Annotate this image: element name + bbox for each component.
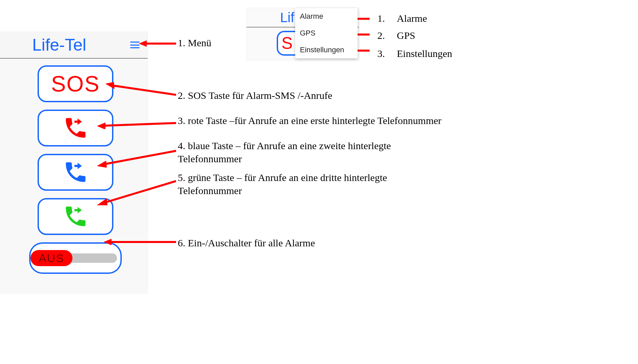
sos-button-label: SOS xyxy=(51,71,100,97)
right-list-item-1: 1. Alarme xyxy=(377,12,427,25)
svg-line-6 xyxy=(104,151,176,164)
arrow-icon xyxy=(104,238,176,246)
svg-marker-5 xyxy=(97,123,105,129)
menu-item-gps[interactable]: GPS xyxy=(295,25,358,42)
annotation-1: 1. Menü xyxy=(178,36,211,49)
list-label: Alarme xyxy=(397,12,427,25)
arrow-icon xyxy=(97,119,176,129)
list-label: Einstellungen xyxy=(397,47,452,60)
svg-marker-1 xyxy=(139,41,147,47)
app-titlebar: Life-Tel xyxy=(0,32,148,59)
annotation-2: 2. SOS Taste für Alarm-SMS /-Anrufe xyxy=(178,89,332,102)
svg-marker-11 xyxy=(104,239,111,245)
menu-dropdown: Alarme GPS Einstellungen xyxy=(295,8,358,58)
menu-item-alarme[interactable]: Alarme xyxy=(295,8,358,25)
annotation-6: 6. Ein-/Auschalter für alle Alarme xyxy=(178,236,315,249)
svg-marker-3 xyxy=(106,82,114,89)
menu-item-einstellungen[interactable]: Einstellungen xyxy=(295,42,358,58)
list-label: GPS xyxy=(397,29,415,42)
phone-forward-icon xyxy=(63,160,88,185)
mini-title-fragment: Lif xyxy=(280,10,294,25)
alarm-toggle[interactable]: AUS xyxy=(29,242,122,274)
toggle-knob: AUS xyxy=(31,250,72,266)
hamburger-menu-icon[interactable] xyxy=(130,42,140,48)
toggle-label: AUS xyxy=(39,252,64,265)
svg-marker-9 xyxy=(97,198,107,205)
svg-line-8 xyxy=(104,181,176,203)
arrow-icon xyxy=(139,39,176,49)
annotation-3: 3. rote Taste –für Anrufe an eine erste … xyxy=(178,114,530,127)
right-list-item-2: 2. GPS xyxy=(377,29,415,42)
annotation-4: 4. blaue Taste – für Anrufe an eine zwei… xyxy=(178,139,433,165)
list-number: 2. xyxy=(377,29,387,42)
sos-fragment-label: S xyxy=(281,34,293,53)
arrow-icon xyxy=(97,147,176,168)
list-number: 1. xyxy=(377,12,387,25)
svg-marker-7 xyxy=(97,161,107,168)
phone-forward-icon xyxy=(63,115,88,141)
arrow-icon xyxy=(97,178,176,206)
svg-line-4 xyxy=(104,123,176,126)
annotation-5: 5. grüne Taste – für Anrufe an eine drit… xyxy=(178,171,433,197)
svg-line-2 xyxy=(112,85,176,95)
right-list-item-3: 3. Einstellungen xyxy=(377,47,452,60)
list-number: 3. xyxy=(377,47,387,60)
sos-button[interactable]: SOS xyxy=(38,65,113,102)
phone-forward-icon xyxy=(63,204,88,229)
app-title: Life-Tel xyxy=(32,35,86,55)
arrow-icon xyxy=(106,82,176,99)
